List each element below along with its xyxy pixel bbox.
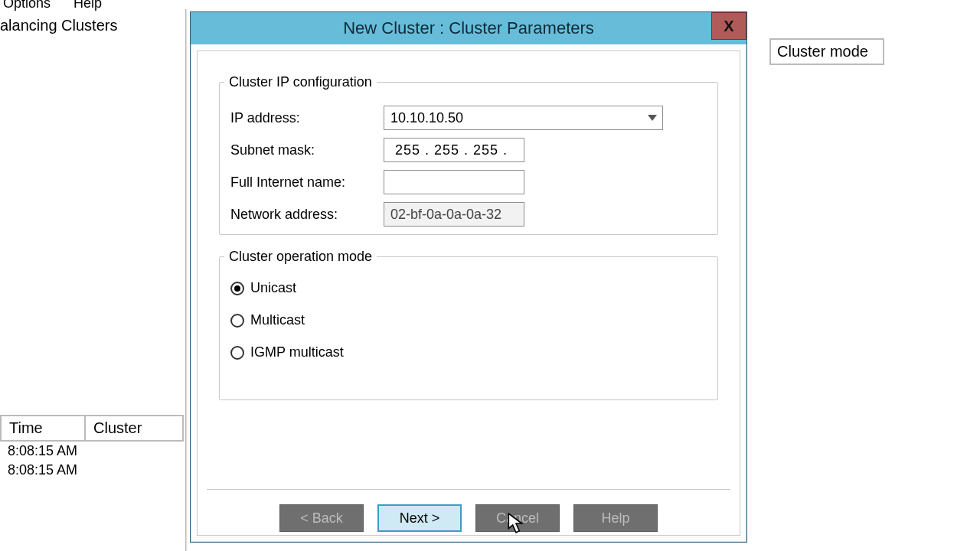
radio-multicast[interactable]: Multicast xyxy=(230,312,305,328)
cancel-button[interactable]: Cancel xyxy=(475,504,560,532)
radio-icon xyxy=(230,346,244,360)
network-address-input xyxy=(384,202,524,227)
menu-bar: Options Help xyxy=(0,0,105,12)
radio-label: IGMP multicast xyxy=(250,344,344,360)
tree-title: alancing Clusters xyxy=(0,17,117,34)
subnet-mask-input[interactable] xyxy=(384,138,524,162)
next-button[interactable]: Next > xyxy=(377,504,462,532)
group-legend: Cluster IP configuration xyxy=(224,74,377,90)
separator xyxy=(207,489,730,490)
radio-icon xyxy=(230,314,244,328)
full-internet-name-input[interactable] xyxy=(384,170,524,194)
dialog-body: Cluster IP configuration IP address: Sub… xyxy=(197,51,740,536)
close-icon: X xyxy=(724,18,733,35)
dialog-titlebar[interactable]: New Cluster : Cluster Parameters X xyxy=(191,12,746,44)
menu-help[interactable]: Help xyxy=(70,0,105,12)
subnet-mask-label: Subnet mask: xyxy=(230,142,384,158)
radio-icon xyxy=(230,282,244,295)
group-legend: Cluster operation mode xyxy=(224,249,377,265)
column-header-cluster-mode[interactable]: Cluster mode xyxy=(769,38,884,65)
wizard-buttons: < Back Next > Cancel Help xyxy=(198,504,740,532)
column-header-time[interactable]: Time xyxy=(0,415,86,442)
back-button[interactable]: < Back xyxy=(279,504,364,532)
radio-igmp-multicast[interactable]: IGMP multicast xyxy=(230,344,344,360)
radio-label: Unicast xyxy=(250,280,296,296)
full-internet-name-label: Full Internet name: xyxy=(230,174,384,191)
help-button[interactable]: Help xyxy=(573,504,658,532)
cluster-ip-configuration-group: Cluster IP configuration IP address: Sub… xyxy=(219,74,718,235)
cluster-operation-mode-group: Cluster operation mode Unicast Multicast… xyxy=(219,249,718,400)
ip-address-label: IP address: xyxy=(230,110,384,126)
new-cluster-dialog: New Cluster : Cluster Parameters X Clust… xyxy=(190,11,747,543)
network-address-label: Network address: xyxy=(230,207,384,223)
menu-options[interactable]: Options xyxy=(0,0,54,12)
column-header-cluster[interactable]: Cluster xyxy=(86,415,184,442)
close-button[interactable]: X xyxy=(711,12,746,40)
radio-unicast[interactable]: Unicast xyxy=(230,280,296,296)
dialog-title: New Cluster : Cluster Parameters xyxy=(343,18,594,38)
radio-label: Multicast xyxy=(250,312,305,328)
ip-address-dropdown[interactable] xyxy=(384,106,663,130)
